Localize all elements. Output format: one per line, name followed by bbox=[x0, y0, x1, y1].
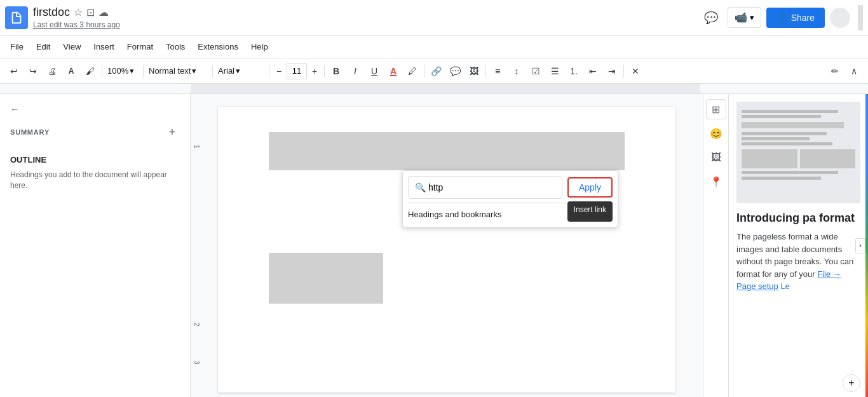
separator-6 bbox=[424, 65, 424, 77]
meet-label: ▾ bbox=[750, 13, 754, 22]
toolbar: ↩ ↪ 🖨 A 🖌 100% ▾ Normal text ▾ Arial ▾ −… bbox=[0, 58, 868, 84]
separator-1 bbox=[102, 65, 102, 77]
separator-2 bbox=[143, 65, 144, 77]
link-input-wrapper: 🔍 bbox=[408, 176, 562, 199]
right-intro-title: Introducing pa format bbox=[736, 211, 860, 225]
link-button[interactable]: 🔗 bbox=[427, 62, 445, 80]
preview-line-3 bbox=[742, 132, 827, 135]
document-area[interactable]: 1 2 3 🔍 Apply Insert link bbox=[191, 94, 703, 397]
highlight-button[interactable]: 🖊 bbox=[403, 62, 421, 80]
bullet-list-button[interactable]: ☰ bbox=[546, 62, 564, 80]
preview-col-1 bbox=[742, 149, 797, 168]
add-map-button[interactable]: 📍 bbox=[706, 172, 726, 192]
line-spacing-button[interactable]: ↕ bbox=[508, 62, 526, 80]
zoom-chevron: ▾ bbox=[130, 66, 134, 76]
insert-link-tooltip: Insert link bbox=[567, 201, 613, 222]
paragraph-style-select[interactable]: Normal text ▾ bbox=[146, 62, 210, 80]
italic-button[interactable]: I bbox=[346, 62, 364, 80]
style-value: Normal text bbox=[149, 66, 191, 76]
doc-title-area: firstdoc ☆ ⊡ ☁ Last edit was 3 hours ago bbox=[33, 6, 700, 29]
menu-help[interactable]: Help bbox=[246, 39, 273, 54]
link-footer-label: Headings and bookmarks bbox=[408, 210, 501, 219]
zoom-select[interactable]: 100% ▾ bbox=[105, 62, 140, 80]
page-number-3: 3 bbox=[193, 361, 200, 365]
menu-insert[interactable]: Insert bbox=[88, 39, 119, 54]
last-edit[interactable]: Last edit was 3 hours ago bbox=[33, 20, 700, 29]
ruler bbox=[0, 84, 868, 94]
add-panel-button[interactable]: + bbox=[843, 374, 860, 392]
outline-hint: Headings you add to the document will ap… bbox=[10, 170, 180, 191]
preview-block bbox=[742, 122, 844, 128]
font-size-increase[interactable]: + bbox=[308, 64, 322, 78]
menu-extensions[interactable]: Extensions bbox=[193, 39, 243, 54]
meet-button[interactable]: 📹 ▾ bbox=[728, 7, 761, 28]
summary-label: SUMMARY bbox=[10, 128, 50, 136]
sidebar: ← SUMMARY + OUTLINE Headings you add to … bbox=[0, 94, 191, 397]
checklist-button[interactable]: ☑ bbox=[527, 62, 545, 80]
doc-image-second bbox=[269, 253, 383, 304]
preview-line-4 bbox=[742, 137, 810, 140]
underline-button[interactable]: U bbox=[365, 62, 383, 80]
preview-line-1 bbox=[742, 110, 838, 113]
apply-button[interactable]: Apply bbox=[567, 177, 613, 198]
menu-bar: File Edit View Insert Format Tools Exten… bbox=[0, 36, 868, 58]
comments-button[interactable]: 💬 bbox=[700, 6, 722, 29]
insert-image-button[interactable]: 🖼 bbox=[465, 62, 483, 80]
menu-edit[interactable]: Edit bbox=[31, 39, 55, 54]
text-color-button[interactable]: A bbox=[384, 62, 402, 80]
summary-add-button[interactable]: + bbox=[165, 124, 180, 140]
print-button[interactable]: 🖨 bbox=[43, 62, 61, 80]
font-select[interactable]: Arial ▾ bbox=[215, 62, 266, 80]
insert-link-popup: 🔍 Apply Insert link Headings and bookmar… bbox=[402, 170, 618, 227]
user-avatar[interactable] bbox=[830, 8, 850, 28]
right-info-panel: Introducing pa format The pageless forma… bbox=[728, 94, 868, 397]
spell-check-button[interactable]: A bbox=[62, 62, 80, 80]
sidebar-back-button[interactable]: ← bbox=[10, 104, 180, 114]
indent-more-button[interactable]: ⇥ bbox=[603, 62, 621, 80]
bold-button[interactable]: B bbox=[327, 62, 345, 80]
add-block-button[interactable]: ⊞ bbox=[706, 99, 726, 119]
separator-5 bbox=[324, 65, 325, 77]
ruler-sidebar-gap bbox=[0, 84, 191, 93]
right-intro-section: Introducing pa format The pageless forma… bbox=[736, 211, 860, 293]
menu-format[interactable]: Format bbox=[122, 39, 158, 54]
meet-icon: 📹 bbox=[735, 11, 747, 24]
undo-button[interactable]: ↩ bbox=[5, 62, 23, 80]
doc-title[interactable]: firstdoc bbox=[33, 6, 70, 19]
learn-more-link[interactable]: Le bbox=[780, 281, 789, 291]
document-page[interactable]: 🔍 Apply Insert link Headings and bookmar… bbox=[218, 107, 675, 393]
doc-image-top bbox=[269, 132, 625, 170]
menu-view[interactable]: View bbox=[58, 39, 86, 54]
share-button[interactable]: 👤 Share bbox=[766, 8, 825, 28]
edit-mode-button[interactable]: ✏ bbox=[826, 62, 844, 80]
menu-tools[interactable]: Tools bbox=[161, 39, 190, 54]
menu-file[interactable]: File bbox=[5, 39, 29, 54]
add-image-button[interactable]: 🖼 bbox=[706, 147, 726, 168]
star-icon[interactable]: ☆ bbox=[74, 6, 83, 18]
preview-line-5 bbox=[742, 142, 832, 145]
main-layout: ← SUMMARY + OUTLINE Headings you add to … bbox=[0, 94, 868, 397]
align-button[interactable]: ≡ bbox=[489, 62, 506, 80]
insert-comment-button[interactable]: 💬 bbox=[446, 62, 464, 80]
color-accent-bar bbox=[865, 94, 868, 397]
page-number-2: 2 bbox=[193, 323, 200, 326]
clear-format-button[interactable]: ✕ bbox=[627, 62, 644, 80]
preview-line-7 bbox=[742, 177, 821, 180]
panel-expand-button[interactable]: › bbox=[855, 238, 865, 253]
font-size-decrease[interactable]: − bbox=[272, 64, 286, 78]
font-size-input[interactable] bbox=[287, 63, 307, 79]
outline-label: OUTLINE bbox=[10, 155, 180, 165]
toolbar-collapse-button[interactable]: ∧ bbox=[845, 62, 863, 80]
cloud-icon[interactable]: ☁ bbox=[98, 6, 109, 18]
font-value: Arial bbox=[218, 66, 234, 76]
indent-less-button[interactable]: ⇤ bbox=[584, 62, 602, 80]
share-label: Share bbox=[791, 13, 815, 23]
ruler-right-gap bbox=[700, 84, 868, 93]
redo-button[interactable]: ↪ bbox=[24, 62, 42, 80]
paint-format-button[interactable]: 🖌 bbox=[81, 62, 99, 80]
font-chevron: ▾ bbox=[236, 66, 240, 76]
numbered-list-button[interactable]: 1. bbox=[565, 62, 583, 80]
link-input[interactable] bbox=[428, 182, 555, 192]
folder-icon[interactable]: ⊡ bbox=[86, 6, 95, 18]
add-emoji-button[interactable]: 😊 bbox=[706, 123, 726, 144]
